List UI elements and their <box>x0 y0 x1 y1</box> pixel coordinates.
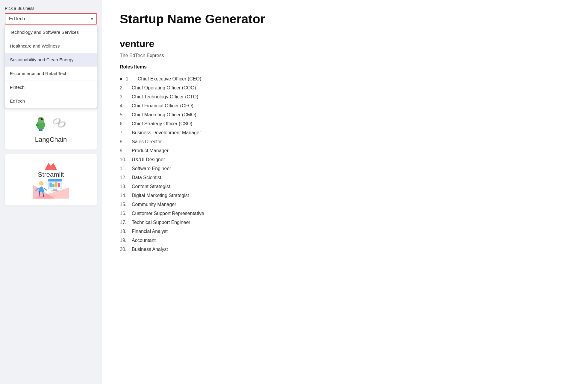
svg-point-3 <box>42 119 42 119</box>
role-label: Digital Marketing Strategist <box>132 193 189 198</box>
dropdown-item[interactable]: Technology and Software Services <box>5 25 97 39</box>
langchain-logo-card: LangChain <box>5 108 97 150</box>
role-item: 5.Chief Marketing Officer (CMO) <box>120 110 570 119</box>
role-label: Chief Technology Officer (CTO) <box>132 94 198 100</box>
pick-label: Pick a Business <box>5 6 97 11</box>
role-num: 1. <box>126 76 135 82</box>
role-label: Chief Strategy Officer (CSO) <box>132 121 192 127</box>
role-num: 11. <box>120 166 129 171</box>
role-item: 4.Chief Financial Officer (CFO) <box>120 101 570 110</box>
dropdown-item[interactable]: E-commerce and Retail Tech <box>5 67 97 80</box>
role-num: 17. <box>120 220 129 225</box>
role-item: 17.Technical Support Engineer <box>120 218 570 227</box>
langchain-text: LangChain <box>35 136 67 144</box>
role-num: 2. <box>120 85 129 91</box>
role-label: Chief Operating Officer (COO) <box>132 85 196 91</box>
role-num: 20. <box>120 247 129 252</box>
role-num: 15. <box>120 202 129 207</box>
role-num: 18. <box>120 229 129 234</box>
role-item: 12.Data Scientist <box>120 173 570 182</box>
svg-rect-12 <box>49 182 51 187</box>
role-item: 10.UX/UI Designer <box>120 155 570 164</box>
logos-area: LangChain Streamlit <box>5 108 97 210</box>
role-num: 3. <box>120 94 129 100</box>
streamlit-crown-icon <box>43 160 58 171</box>
role-item: 18.Financial Analyst <box>120 227 570 236</box>
role-item: 8.Sales Director <box>120 137 570 146</box>
role-num: 19. <box>120 238 129 243</box>
venture-heading: venture <box>120 38 570 49</box>
role-label: Data Scientist <box>132 175 161 180</box>
role-label: Financial Analyst <box>132 229 168 234</box>
dropdown-item[interactable]: Healthcare and Wellness <box>5 39 97 53</box>
parrot-icon <box>32 114 50 132</box>
svg-rect-10 <box>53 189 57 191</box>
role-label: Business Analyst <box>132 247 168 252</box>
svg-point-16 <box>39 181 43 186</box>
role-num: 10. <box>120 157 129 162</box>
svg-line-19 <box>39 192 40 196</box>
sidebar: Pick a Business ▼ Technology and Softwar… <box>0 0 102 384</box>
select-wrapper: ▼ Technology and Software ServicesHealth… <box>5 13 97 25</box>
role-label: Chief Marketing Officer (CMO) <box>132 112 196 118</box>
langchain-icons <box>32 114 69 132</box>
role-num: 13. <box>120 184 129 189</box>
dropdown-item[interactable]: Sustainability and Clean Energy <box>5 53 97 67</box>
role-num: 16. <box>120 211 129 216</box>
role-item: 7.Business Development Manager <box>120 128 570 137</box>
role-item: 3.Chief Technology Officer (CTO) <box>120 92 570 101</box>
streamlit-logo: Streamlit <box>33 160 69 199</box>
role-item: 13.Content Strategist <box>120 182 570 191</box>
role-num: 14. <box>120 193 129 198</box>
role-item: 20.Business Analyst <box>120 245 570 254</box>
business-name: The EdTech Express <box>120 53 570 58</box>
role-label: Sales Director <box>132 139 162 144</box>
role-num: 6. <box>120 121 129 127</box>
business-input[interactable] <box>5 13 97 25</box>
svg-rect-15 <box>58 183 60 187</box>
role-label: Accountant <box>132 238 156 243</box>
role-item: 6.Chief Strategy Officer (CSO) <box>120 119 570 128</box>
roles-heading: Roles Items <box>120 64 570 70</box>
role-item: 1.Chief Executive Officer (CEO) <box>120 74 570 83</box>
role-num: 9. <box>120 148 129 153</box>
role-label: Community Manager <box>132 202 176 207</box>
role-item: 15.Community Manager <box>120 200 570 209</box>
chain-icon <box>51 116 69 131</box>
role-label: Software Engineer <box>132 166 171 171</box>
svg-rect-14 <box>55 182 57 187</box>
role-item: 14.Digital Marketing Strategist <box>120 191 570 200</box>
svg-line-18 <box>44 188 47 190</box>
role-label: Content Strategist <box>132 184 170 189</box>
role-num: 5. <box>120 112 129 118</box>
role-label: Chief Executive Officer (CEO) <box>138 76 201 82</box>
svg-rect-13 <box>52 184 54 187</box>
role-label: Customer Support Representative <box>132 211 204 216</box>
role-num: 4. <box>120 103 129 109</box>
roles-list: 1.Chief Executive Officer (CEO)2.Chief O… <box>120 74 570 254</box>
svg-rect-11 <box>51 191 59 191</box>
role-label: Chief Financial Officer (CFO) <box>132 103 193 109</box>
role-item: 16.Customer Support Representative <box>120 209 570 218</box>
main-content: Startup Name Generator venture The EdTec… <box>102 0 588 384</box>
role-num: 12. <box>120 175 129 180</box>
role-label: Business Development Manager <box>132 130 201 135</box>
role-item: 9.Product Manager <box>120 146 570 155</box>
dropdown-item[interactable]: EdTech <box>5 94 97 108</box>
streamlit-illustration <box>33 176 69 199</box>
dropdown-item[interactable]: Fintech <box>5 80 97 94</box>
role-label: Technical Support Engineer <box>132 220 190 225</box>
streamlit-logo-card: Streamlit <box>5 154 97 205</box>
role-num: 7. <box>120 130 129 135</box>
role-item: 19.Accountant <box>120 236 570 245</box>
langchain-logo: LangChain <box>32 114 69 144</box>
role-item: 2.Chief Operating Officer (COO) <box>120 83 570 92</box>
role-label: Product Manager <box>132 148 169 153</box>
page-title: Startup Name Generator <box>120 12 570 26</box>
role-item: 11.Software Engineer <box>120 164 570 173</box>
role-num: 8. <box>120 139 129 144</box>
svg-line-20 <box>43 192 43 196</box>
dropdown-menu: Technology and Software ServicesHealthca… <box>5 25 97 108</box>
role-label: UX/UI Designer <box>132 157 165 162</box>
svg-rect-9 <box>48 179 62 181</box>
